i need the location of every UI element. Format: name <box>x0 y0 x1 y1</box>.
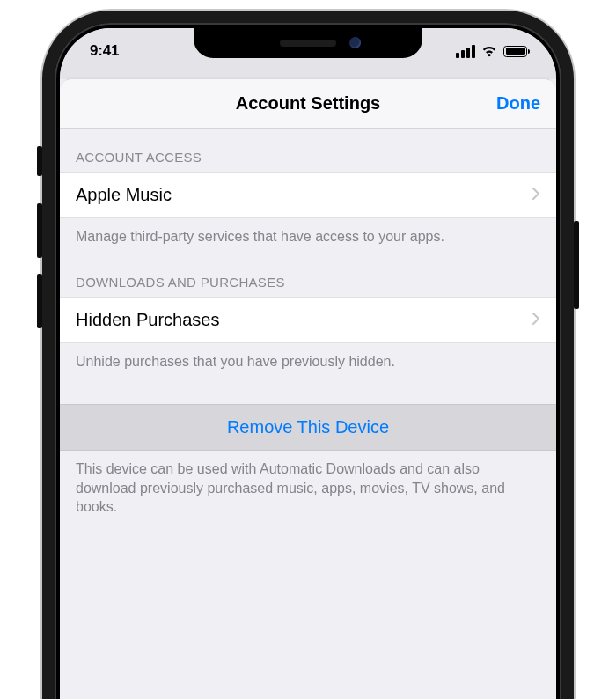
section-header-downloads: DOWNLOADS AND PURCHASES <box>60 246 556 297</box>
remove-device-footer: This device can be used with Automatic D… <box>60 451 556 517</box>
apple-music-row[interactable]: Apple Music <box>60 172 556 218</box>
silence-switch <box>37 146 42 176</box>
notch <box>194 28 422 58</box>
remove-this-device-button[interactable]: Remove This Device <box>60 404 556 451</box>
volume-up-button <box>37 203 42 258</box>
wifi-icon <box>480 45 498 57</box>
modal-sheet: Account Settings Done ACCOUNT ACCESS App… <box>60 79 556 699</box>
status-indicators <box>456 45 530 58</box>
chevron-right-icon <box>532 185 540 205</box>
front-camera <box>349 37 361 48</box>
downloads-footer: Unhide purchases that you have previousl… <box>60 343 556 372</box>
status-time: 9:41 <box>90 42 119 60</box>
phone-frame: 9:41 Account Settings Done ACCOUNT <box>42 11 574 699</box>
done-button[interactable]: Done <box>496 93 540 114</box>
page-title: Account Settings <box>236 93 380 114</box>
apple-music-label: Apple Music <box>76 185 172 205</box>
chevron-right-icon <box>532 310 540 330</box>
phone-screen: 9:41 Account Settings Done ACCOUNT <box>60 28 556 699</box>
power-button <box>574 221 579 309</box>
account-access-footer: Manage third-party services that have ac… <box>60 218 556 246</box>
remove-this-device-label: Remove This Device <box>227 417 389 437</box>
section-header-account-access: ACCOUNT ACCESS <box>60 129 556 172</box>
cellular-signal-icon <box>456 45 475 58</box>
hidden-purchases-row[interactable]: Hidden Purchases <box>60 297 556 343</box>
volume-down-button <box>37 274 42 328</box>
navigation-bar: Account Settings Done <box>60 79 556 129</box>
battery-icon <box>503 46 530 57</box>
hidden-purchases-label: Hidden Purchases <box>76 310 219 330</box>
speaker-grille <box>280 40 336 47</box>
